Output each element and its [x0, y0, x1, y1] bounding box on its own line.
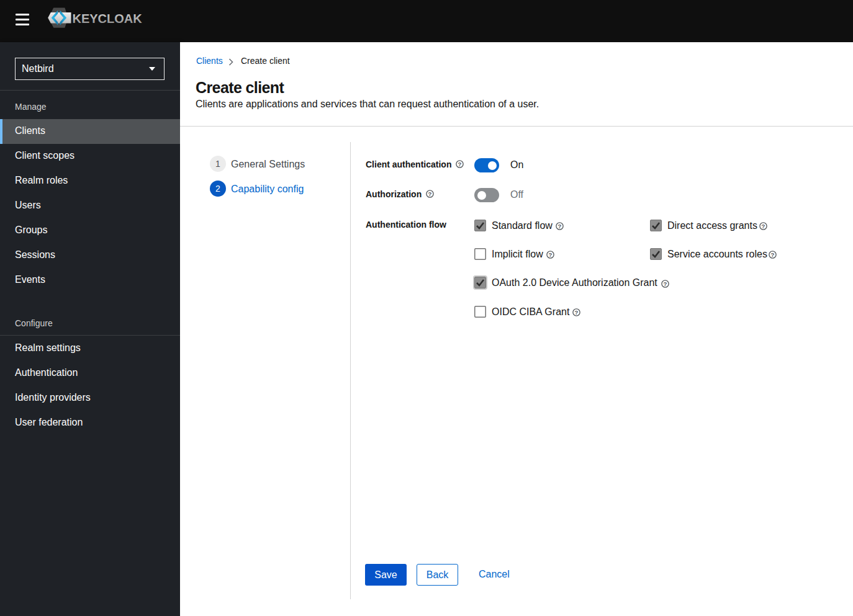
svg-text:?: ? — [458, 161, 461, 167]
svg-text:?: ? — [770, 251, 774, 258]
svg-text:?: ? — [761, 223, 765, 230]
svg-text:?: ? — [557, 223, 561, 230]
svg-text:KEYCLOAK: KEYCLOAK — [73, 12, 143, 25]
svg-text:?: ? — [663, 280, 667, 287]
svg-text:?: ? — [428, 190, 431, 197]
svg-text:?: ? — [549, 251, 553, 257]
svg-text:?: ? — [574, 309, 578, 316]
